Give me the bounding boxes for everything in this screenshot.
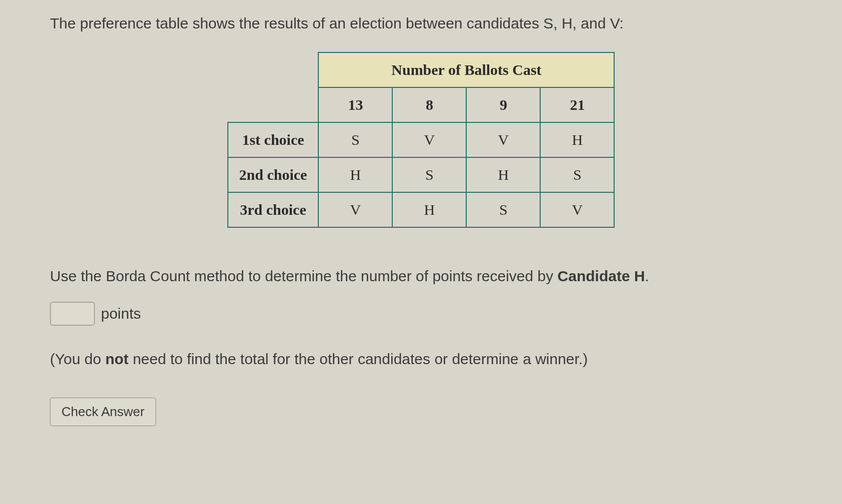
- blank-cell: [228, 87, 319, 122]
- preference-table: Number of Ballots Cast 13 8 9 21 1st cho…: [227, 52, 615, 228]
- answer-row: points: [50, 302, 792, 326]
- table-container: Number of Ballots Cast 13 8 9 21 1st cho…: [50, 52, 792, 228]
- blank-cell: [228, 52, 319, 87]
- table-cell: H: [540, 122, 614, 157]
- table-cell: H: [466, 157, 540, 192]
- table-cell: H: [318, 157, 392, 192]
- answer-unit: points: [101, 305, 141, 322]
- col-count: 21: [540, 87, 614, 122]
- table-header: Number of Ballots Cast: [318, 52, 614, 87]
- table-cell: V: [318, 192, 392, 227]
- table-cell: S: [540, 157, 614, 192]
- note-text: (You do not need to find the total for t…: [50, 351, 792, 368]
- table-row: 3rd choice V H S V: [228, 192, 615, 227]
- table-cell: V: [392, 122, 466, 157]
- table-cell: S: [466, 192, 540, 227]
- instruction-bold: Candidate H: [558, 268, 645, 284]
- col-count: 13: [318, 87, 392, 122]
- row-label: 2nd choice: [228, 157, 319, 192]
- table-row: 2nd choice H S H S: [228, 157, 615, 192]
- col-count: 8: [392, 87, 466, 122]
- table-cell: S: [318, 122, 392, 157]
- table-cell: V: [540, 192, 614, 227]
- check-answer-button[interactable]: Check Answer: [50, 398, 156, 426]
- table-cell: V: [466, 122, 540, 157]
- note-suffix: need to find the total for the other can…: [128, 351, 588, 367]
- instruction-prefix: Use the Borda Count method to determine …: [50, 268, 558, 284]
- row-label: 3rd choice: [228, 192, 319, 227]
- table-cell: S: [392, 157, 466, 192]
- note-prefix: (You do: [50, 351, 105, 367]
- table-cell: H: [392, 192, 466, 227]
- table-row: 1st choice S V V H: [228, 122, 615, 157]
- note-bold: not: [105, 351, 129, 367]
- question-page: The preference table shows the results o…: [0, 0, 842, 441]
- instruction-suffix: .: [645, 268, 649, 284]
- answer-input[interactable]: [50, 302, 95, 326]
- instruction-text: Use the Borda Count method to determine …: [50, 268, 792, 285]
- prompt-text: The preference table shows the results o…: [50, 15, 792, 32]
- col-count: 9: [466, 87, 540, 122]
- row-label: 1st choice: [228, 122, 319, 157]
